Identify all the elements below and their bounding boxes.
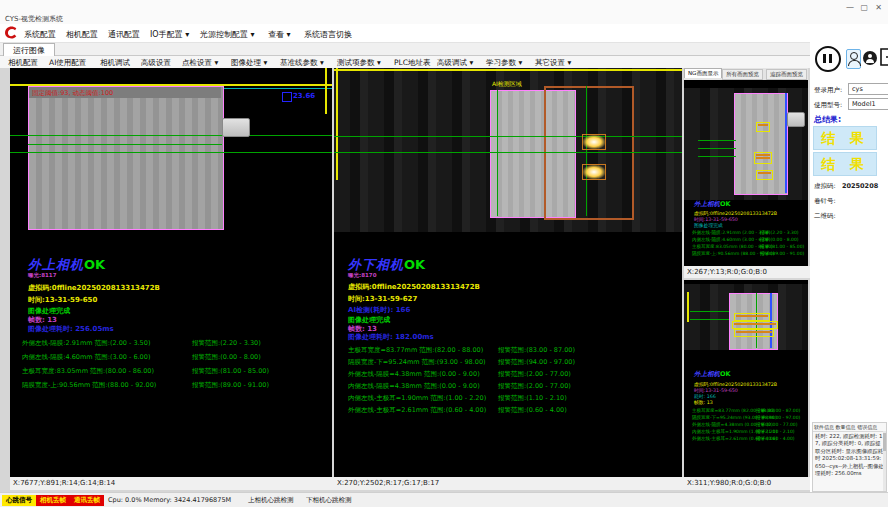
- tool-advanced-debug[interactable]: 高级调试 ▾: [437, 58, 473, 68]
- tool-plc-table[interactable]: PLC地址表: [394, 58, 430, 68]
- camera-result-title: 外上相机OK: [694, 370, 731, 379]
- small-view-tabstrip: NG画面显示 所有画面预览 追踪画面预览: [684, 68, 808, 80]
- tool-spot-check[interactable]: 点检设置 ▾: [182, 58, 218, 68]
- minimize-icon[interactable]: —: [846, 3, 854, 12]
- menu-item-comm[interactable]: 通讯配置: [108, 29, 140, 40]
- user-switch-button[interactable]: [846, 49, 861, 69]
- ruler-line-yellow-vertical: [336, 68, 338, 180]
- barcode-text: 虚拟码:0ffline2025020813313472B: [348, 282, 480, 292]
- tool-ai-config[interactable]: AI使用配置: [49, 58, 86, 68]
- alarm-range: 报警:(94.00 - 97.00): [756, 415, 800, 420]
- measurement-row: 隔膜宽度-上:90.56mm 范围:(88.00 - 92.00) 报警范围:(…: [22, 381, 332, 391]
- measurement-row: 内侧左线-主极耳=1.90mm (1.00 - 2.20) 报警:(1.10 -…: [692, 429, 804, 436]
- measurement-value: 外侧左线-隔膜:2.91mm (2.00 - 3.50): [692, 230, 770, 235]
- exit-button[interactable]: [879, 48, 888, 66]
- tab-ng-display[interactable]: NG画面显示: [684, 68, 722, 78]
- measurement-row: 内侧左线-隔膜:4.60mm 范围:(3.00 - 6.00) 报警范围:(0.…: [22, 353, 332, 363]
- menu-item-system[interactable]: 系统配置: [24, 29, 56, 40]
- weld-flare-image: [582, 134, 606, 150]
- exposure-text: 曝光:8170: [348, 272, 377, 279]
- menu-item-io[interactable]: IO手配置 ▾: [150, 29, 189, 40]
- weld-flare-image: [582, 164, 606, 180]
- tool-advanced-config[interactable]: 高级设置: [141, 58, 171, 68]
- camera-view-lower[interactable]: AI检测区域 外下相机OK 曝光:8170 虚拟码:0ffline2025020…: [334, 68, 682, 477]
- tab-all-preview[interactable]: 所有画面预览: [722, 69, 763, 80]
- measure-line-green: [690, 319, 729, 320]
- measurement-value: 内侧左线-隔膜:4.60mm 范围:(3.00 - 6.00): [22, 353, 150, 362]
- login-user-field[interactable]: cys: [848, 83, 888, 95]
- result-ok-badge: OK: [720, 370, 731, 378]
- measurement-value: 隔膜宽度-上:90.56mm 范围:(88.00 - 92.00): [22, 381, 156, 390]
- electrode-image: [28, 86, 224, 230]
- measurement-value: 内侧左线-主极耳=1.90mm 范围:(1.00 - 2.20): [348, 394, 486, 403]
- measure-line-green: [698, 156, 736, 157]
- user-icon: [848, 60, 861, 66]
- pixel-coords-small-2: X:311;Y:980;R:0;G:0;B:0: [684, 477, 811, 490]
- total-result-label: 总结果:: [814, 114, 841, 125]
- measurement-value: 外侧左线-主极耳=2.61mm 范围:(0.60 - 4.00): [348, 406, 486, 415]
- pause-icon: [823, 54, 826, 63]
- tab-run-image[interactable]: 运行图像: [3, 43, 55, 57]
- tool-baseline-params[interactable]: 基准线参数 ▾: [280, 58, 324, 68]
- roi-box: [734, 329, 774, 337]
- alarm-range: 报警范围:(1.10 - 2.10): [498, 394, 567, 403]
- tool-camera-debug[interactable]: 相机调试: [100, 58, 130, 68]
- app: CYS-视觉检测系统 — ▢ ✕ 系统配置 相机配置 通讯配置 IO手配置 ▾ …: [0, 0, 888, 522]
- info-panel-tabs[interactable]: 软件信息 数量信息 错误信息: [813, 423, 886, 432]
- maximize-icon[interactable]: ▢: [860, 3, 868, 12]
- alarm-range: 报警:(2.00 - 77.00): [756, 422, 797, 427]
- barcode-text: 虚拟码:0ffline2025020813313472B: [28, 283, 160, 293]
- alarm-range: 报警:(0.60 - 4.00): [756, 436, 795, 441]
- tool-learn-params[interactable]: 学习参数 ▾: [486, 58, 522, 68]
- measurement-row: 主极耳宽度:83.05mm (80.00 - 86.00) 报警:(81.00 …: [692, 244, 804, 251]
- measure-line-green-vertical: [586, 86, 587, 216]
- tool-other-settings[interactable]: 其它设置 ▾: [535, 58, 571, 68]
- menu-item-language[interactable]: 系统语言切换: [304, 29, 352, 40]
- login-user-label: 登录用户:: [814, 86, 842, 95]
- info-scrollbar[interactable]: [883, 431, 886, 491]
- camera-view-upper[interactable]: 固定阈值:93, 动态阈值:100 23.66 外上相机OK 曝光:8117 虚…: [10, 68, 332, 477]
- measurement-row: 主极耳宽度:83.05mm 范围:(80.00 - 86.00) 报警范围:(8…: [22, 367, 332, 377]
- measurement-row: 隔膜宽度-上:90.56mm (88.00 - 92.00) 报警:(89.00…: [692, 251, 804, 258]
- measurement-row: 隔膜宽度-下=95.24mm (93.00 - 98.00) 报警:(94.00…: [692, 415, 804, 422]
- pause-button[interactable]: [815, 46, 841, 72]
- pause-icon: [829, 54, 832, 63]
- tool-camera-config[interactable]: 相机配置: [8, 58, 38, 68]
- measure-line-green: [690, 311, 729, 312]
- tool-test-params[interactable]: 测试项参数 ▾: [337, 58, 381, 68]
- alarm-range: 报警范围:(0.00 - 8.00): [192, 353, 261, 362]
- measure-marker-box: [282, 92, 292, 102]
- menu-item-view[interactable]: 查看 ▾: [268, 29, 291, 40]
- frames-text: 帧数: 13: [694, 399, 713, 405]
- measure-line-green: [698, 140, 736, 141]
- small-view-2[interactable]: 外上相机OK 虚拟码:0ffline2025020813313472B 时间:1…: [684, 280, 808, 477]
- measurement-row: 内侧左线-隔膜:4.60mm (3.00 - 6.00) 报警:(0.00 - …: [692, 237, 804, 244]
- measurement-value: 隔膜宽度-下=95.24mm 范围:(93.00 - 98.00): [348, 358, 486, 367]
- info-scrollbar-thumb[interactable]: [883, 433, 886, 451]
- ai-overlay-text: AI检测区域: [492, 80, 522, 89]
- close-icon[interactable]: ✕: [875, 3, 882, 12]
- menu-item-camera[interactable]: 相机配置: [66, 29, 98, 40]
- info-panel: 软件信息 数量信息 错误信息 耗时: 222, 跟踪检测耗时: 17, 跟踪分类…: [812, 422, 887, 492]
- small-view-1[interactable]: 外上相机OK 虚拟码:0ffline2025020813313472B 时间:1…: [684, 80, 808, 266]
- measurement-row: 主极耳宽度=83.77mm (82.00 - 88.00) 报警:(83.00 …: [692, 408, 804, 415]
- ruler-line-yellow-vertical: [687, 292, 689, 322]
- measure-line-green: [28, 144, 222, 145]
- alarm-range: 报警范围:(89.00 - 91.00): [192, 381, 269, 390]
- threshold-overlay-text: 固定阈值:93, 动态阈值:100: [32, 89, 113, 98]
- time-text: 时间:13-31-59-650: [28, 295, 97, 305]
- tab-track-preview[interactable]: 追踪画面预览: [766, 69, 807, 80]
- done-text: 图像处理完成: [694, 222, 723, 228]
- user-dark-button[interactable]: [863, 51, 877, 65]
- upper-heartbeat-text: 上相机心跳检测: [248, 496, 294, 505]
- alarm-range: 报警:(81.00 - 85.00): [760, 244, 804, 249]
- ruler-line-yellow: [334, 69, 682, 71]
- user-icon: [850, 52, 858, 60]
- roi-box: [732, 321, 778, 329]
- tab-strip: 运行图像: [0, 43, 810, 56]
- tool-image-process[interactable]: 图像处理 ▾: [231, 58, 267, 68]
- menu-item-light[interactable]: 光源控制配置 ▾: [200, 29, 255, 40]
- model-field[interactable]: Model1: [848, 98, 888, 110]
- measure-line-green: [10, 152, 332, 153]
- result-box-2: 结 果: [813, 152, 877, 176]
